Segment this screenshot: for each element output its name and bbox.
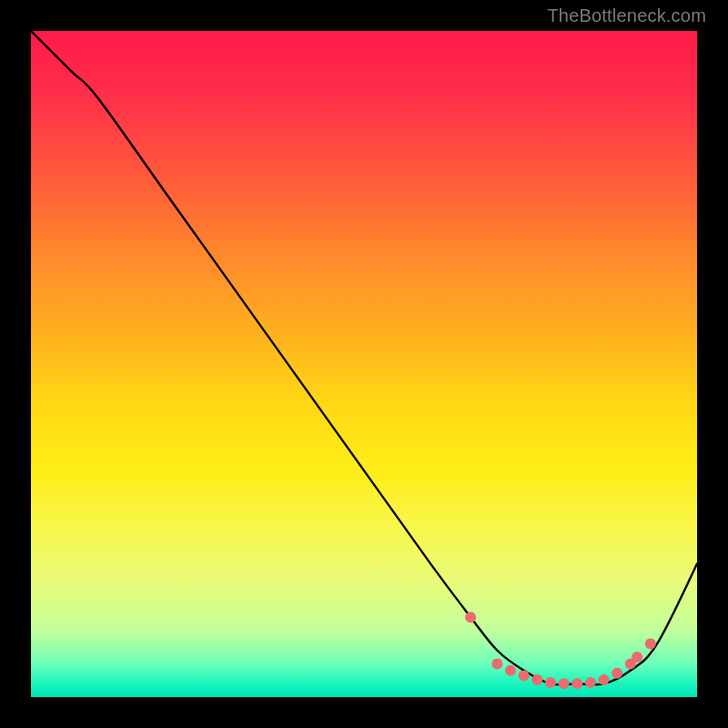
highlight-dot	[465, 612, 476, 622]
plot-area	[31, 31, 697, 697]
highlight-dot	[612, 668, 622, 679]
highlight-dot	[632, 652, 642, 662]
chart-frame: TheBottleneck.com	[0, 0, 728, 728]
bottleneck-curve	[31, 31, 697, 685]
watermark-text: TheBottleneck.com	[547, 5, 706, 26]
highlight-dot	[585, 677, 596, 688]
highlight-dot	[559, 678, 570, 689]
highlight-dot	[519, 671, 530, 682]
highlight-dot	[531, 674, 542, 685]
highlight-dot	[545, 677, 556, 688]
highlight-dot	[599, 674, 610, 685]
highlight-dot	[645, 638, 656, 649]
curve-layer	[31, 31, 697, 697]
highlight-dot	[571, 678, 582, 689]
highlight-dot	[505, 665, 516, 676]
highlight-dot	[491, 658, 502, 669]
